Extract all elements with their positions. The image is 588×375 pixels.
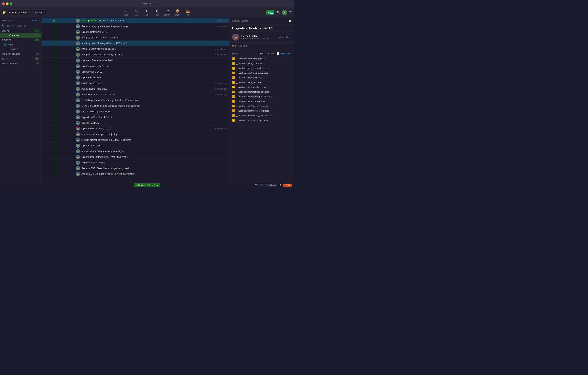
commit-row[interactable]: 👩Create bootstrap_extensions <box>42 109 229 115</box>
commit-row[interactable]: 👩Add small column spec to project grid <box>42 131 229 137</box>
path-view-button[interactable]: ≡ Path <box>257 52 266 55</box>
commit-row[interactable]: 👩Add text-nowrap class to date cell7 mon… <box>42 92 229 97</box>
commit-row[interactable]: 👩Update home page5 months ago <box>42 80 229 86</box>
hamburger-menu-icon[interactable]: ☰ <box>289 10 292 14</box>
push-button[interactable]: ⬆ Push <box>152 8 161 17</box>
view-all-checkbox[interactable] <box>277 52 279 55</box>
show-all-button[interactable]: Show All <box>32 19 40 21</box>
view-all-checkbox-label[interactable]: View all files <box>277 52 291 55</box>
file-item[interactable]: M_sass/bootstrap/_print.scss <box>230 75 294 80</box>
sidebar-item-master-remote[interactable]: ⎇ master <box>0 47 42 52</box>
repo-selector[interactable]: drejkim.github.io ▼ <box>8 10 32 15</box>
commit-row[interactable]: 👩Update project links format <box>42 63 229 69</box>
filter-input[interactable] <box>5 25 40 27</box>
commit-message: Add project, "google-assistant-show." <box>82 36 229 39</box>
commit-row[interactable]: 👩Update bootstrap to v4.1.0 <box>42 29 229 35</box>
commit-row[interactable]: 👩Update README <box>42 120 229 126</box>
file-item[interactable]: M_sass/bootstrap/_variables.scss <box>230 85 294 90</box>
commit-row[interactable]: 👩🏻‍💻Update ruby version to 2.4.08 months… <box>42 126 229 131</box>
commit-row[interactable]: 👩Update year to 2018 <box>42 69 229 75</box>
commit-row[interactable]: 👩Remove esther-bw.jpg <box>42 160 229 166</box>
commit-row[interactable]: 👩Move $font-family-serif to bootstrap_ex… <box>42 103 229 109</box>
file-item[interactable]: M_sass/bootstrap/_input-group.scss <box>230 71 294 75</box>
folder-icon[interactable]: 📁 <box>2 10 6 14</box>
user-avatar[interactable]: E <box>282 10 287 15</box>
lightning-icon: ⚡ <box>279 184 282 186</box>
pull-requests-section-header[interactable]: PULL REQUESTS 0 <box>0 52 42 56</box>
commit-row[interactable]: 👩Upgrade to Bootstrap 4 Beta 2 <box>42 115 229 120</box>
remote-section-header[interactable]: REMOTE 1/1 <box>0 38 42 42</box>
commit-row[interactable]: 👩Add project, "google-assistant-show." <box>42 35 229 41</box>
branch-icon: ⎇ <box>165 9 169 13</box>
file-item[interactable]: M_sass/bootstrap/mixins/_text-hide.scss <box>230 113 294 118</box>
expand-icon[interactable]: ⬜ <box>289 20 291 22</box>
file-item[interactable]: M_sass/bootstrap/mixins/_hover.scss <box>230 109 294 113</box>
commit-row[interactable]: 👩Update footer style <box>42 143 229 148</box>
close-button[interactable] <box>2 2 5 5</box>
commit-row[interactable]: 👩Update headshot with higher resolution … <box>42 154 229 160</box>
commit-row[interactable]: 👩Add post, "Headless Raspberry Pi Setup"… <box>42 52 229 58</box>
commit-avatar: 👩 <box>76 166 80 170</box>
sidebar-item-master-local[interactable]: ✓ ⎇ master <box>0 33 42 38</box>
search-icon[interactable]: 🔍 <box>276 10 280 14</box>
commit-row[interactable]: 👩Add jquery 1.9.1 to list of js files in… <box>42 171 229 177</box>
commit-row[interactable]: 👩Add ok-google-pi-zero as a project3 mon… <box>42 46 229 52</box>
file-item[interactable]: M_sass/bootstrap/bootstrap-reboot.scss <box>230 94 294 99</box>
file-item[interactable]: M_sass/bootstrap/_code.scss <box>230 61 294 66</box>
free-badge: FREE <box>283 184 292 187</box>
commit-time: 4 months ago <box>215 54 229 56</box>
commit-avatar: 👩 <box>76 121 80 125</box>
file-item[interactable]: M_sass/bootstrap/_reboot.scss <box>230 80 294 85</box>
author-info: Esther Jun Kim authored 6/9/2018 @ 3:36 … <box>241 35 276 40</box>
commit-message: Add social media links to social-media.y… <box>82 150 229 153</box>
file-item[interactable]: M_sass/bootstrap/bootstrap.scss <box>230 99 294 104</box>
submodules-section-header[interactable]: SUBMODULES 0 <box>0 61 42 66</box>
pop-button[interactable]: 📤 Pop <box>183 8 192 17</box>
branch-button[interactable]: ⎇ Branch <box>162 8 172 17</box>
file-item[interactable]: M_sass/bootstrap/utilities/_text.scss <box>230 118 294 123</box>
maximize-button[interactable] <box>10 2 12 5</box>
feedback-button[interactable]: Feedback <box>265 184 277 187</box>
glo-button[interactable]: Glo New <box>266 10 274 15</box>
branch-selector[interactable]: master ▼ <box>33 10 48 15</box>
commit-row[interactable]: 👩✓🖥📡 masterUpgrade to Bootstrap v4.1.16 … <box>42 18 229 23</box>
commit-row[interactable]: 👩Add jumbotron-fluid class6 months ago <box>42 86 229 92</box>
commit-row[interactable]: 👩Fix trailing comma after primary attrib… <box>42 97 229 103</box>
commit-row[interactable]: 👩Simplify project categories to hardware… <box>42 137 229 143</box>
commit-avatar: 👩 <box>76 149 80 153</box>
undo-button[interactable]: ↩ Undo <box>121 8 131 17</box>
redo-button[interactable]: ↪ Redo <box>131 8 141 17</box>
local-section-header[interactable]: LOCAL 1/1 <box>0 28 42 33</box>
pop-label: Pop <box>186 14 189 16</box>
commit-row[interactable]: 👩Remove CSS / Sass files no longer being… <box>42 166 229 171</box>
file-item[interactable]: M_sass/bootstrap/bootstrap-grid.scss <box>230 90 294 94</box>
sort-icon[interactable]: ↕ <box>239 52 240 54</box>
submodules-count: 0 <box>36 62 40 65</box>
commit-avatar: 👩 <box>76 144 80 148</box>
commit-row[interactable]: 👩Remove category sorting on the projects… <box>42 23 229 29</box>
pull-button[interactable]: ⬇ Pull <box>142 8 151 17</box>
pull-icon: ⬇ <box>145 9 148 13</box>
minimize-button[interactable] <box>6 2 9 5</box>
file-item[interactable]: M_sass/bootstrap/mixins/_forms.scss <box>230 104 294 109</box>
sidebar-item-origin[interactable]: 🌐 origin <box>0 42 42 47</box>
stash-button[interactable]: 📦 Stash <box>173 8 182 17</box>
file-item[interactable]: M_sass/bootstrap/_custom-forms.scss <box>230 66 294 71</box>
commit-message: Move $font-family-serif to bootstrap_ext… <box>82 104 229 107</box>
local-section-label: LOCAL <box>2 30 10 32</box>
commit-time: 6 days ago <box>217 20 229 22</box>
file-item[interactable]: M_sass/bootstrap/_carousel.scss <box>230 56 294 61</box>
commit-row[interactable]: 👩Update home page <box>42 75 229 80</box>
graph-line <box>42 29 76 35</box>
commit-row[interactable]: 👩Update to Font Awesome 5.0.4 <box>42 58 229 63</box>
commit-row[interactable]: 👩Add blog post, "Playing with Android Th… <box>42 41 229 46</box>
branch-label: Branch <box>164 14 170 16</box>
sidebar-header: Viewing 2/2 Show All <box>0 18 42 23</box>
tree-view-button[interactable]: ⊞ Tree <box>267 52 275 55</box>
commit-row[interactable]: 👩Add social media links to social-media.… <box>42 148 229 154</box>
commit-message: Remove CSS / Sass files no longer being … <box>82 167 229 170</box>
commit-avatar: 👩 <box>76 109 80 114</box>
pro-trial-button[interactable]: GitKraken Pro Free Trial <box>134 183 161 187</box>
tags-section-header[interactable]: TAGS 0/0 <box>0 56 42 61</box>
file-modified-icon: M <box>232 119 235 122</box>
